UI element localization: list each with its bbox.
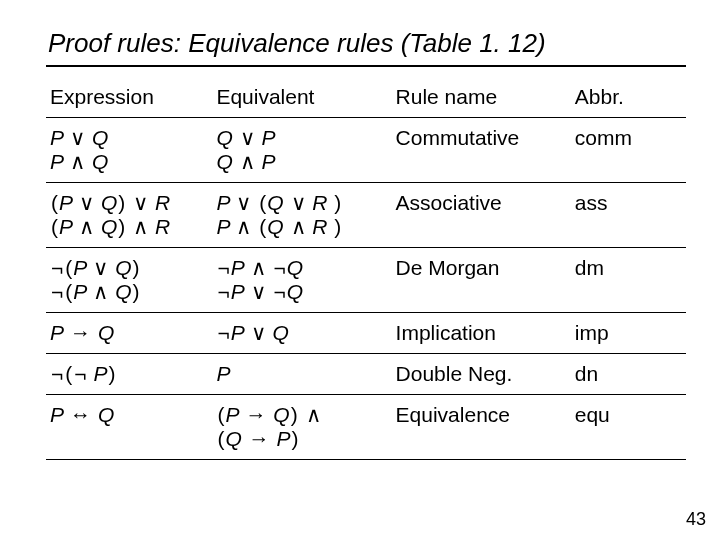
slide: Proof rules: Equivalence rules (Table 1.… [0, 0, 720, 460]
cell-expression: P ↔ Q [46, 395, 212, 460]
cell-equivalent: Q ∨ PQ ∧ P [212, 118, 391, 183]
cell-abbr: equ [571, 395, 686, 460]
table-row: ¬(P ∨ Q)¬(P ∧ Q) ¬P ∧ ¬Q¬P ∨ ¬Q De Morga… [46, 248, 686, 313]
header-rule-name: Rule name [392, 77, 571, 118]
header-abbr: Abbr. [571, 77, 686, 118]
cell-rule-name: Equivalence [392, 395, 571, 460]
cell-expression: ¬(¬ P) [46, 354, 212, 395]
cell-equivalent: P [212, 354, 391, 395]
table-row: ¬(¬ P) P Double Neg. dn [46, 354, 686, 395]
cell-abbr: comm [571, 118, 686, 183]
cell-rule-name: Commutative [392, 118, 571, 183]
cell-abbr: ass [571, 183, 686, 248]
cell-equivalent: P ∨ (Q ∨ R )P ∧ (Q ∧ R ) [212, 183, 391, 248]
cell-expression: (P ∨ Q) ∨ R(P ∧ Q) ∧ R [46, 183, 212, 248]
cell-equivalent: ¬P ∨ Q [212, 313, 391, 354]
page-title: Proof rules: Equivalence rules (Table 1.… [46, 28, 686, 67]
cell-equivalent: (P → Q) ∧(Q → P) [212, 395, 391, 460]
rules-table: Expression Equivalent Rule name Abbr. P … [46, 77, 686, 460]
cell-abbr: dm [571, 248, 686, 313]
cell-abbr: dn [571, 354, 686, 395]
cell-rule-name: Double Neg. [392, 354, 571, 395]
table-row: (P ∨ Q) ∨ R(P ∧ Q) ∧ R P ∨ (Q ∨ R )P ∧ (… [46, 183, 686, 248]
table-row: P ∨ QP ∧ Q Q ∨ PQ ∧ P Commutative comm [46, 118, 686, 183]
cell-expression: P → Q [46, 313, 212, 354]
cell-rule-name: De Morgan [392, 248, 571, 313]
table-header-row: Expression Equivalent Rule name Abbr. [46, 77, 686, 118]
cell-expression: ¬(P ∨ Q)¬(P ∧ Q) [46, 248, 212, 313]
cell-equivalent: ¬P ∧ ¬Q¬P ∨ ¬Q [212, 248, 391, 313]
cell-rule-name: Associative [392, 183, 571, 248]
page-number: 43 [686, 509, 706, 530]
table-row: P → Q ¬P ∨ Q Implication imp [46, 313, 686, 354]
table-row: P ↔ Q (P → Q) ∧(Q → P) Equivalence equ [46, 395, 686, 460]
header-expression: Expression [46, 77, 212, 118]
cell-abbr: imp [571, 313, 686, 354]
cell-expression: P ∨ QP ∧ Q [46, 118, 212, 183]
header-equivalent: Equivalent [212, 77, 391, 118]
cell-rule-name: Implication [392, 313, 571, 354]
